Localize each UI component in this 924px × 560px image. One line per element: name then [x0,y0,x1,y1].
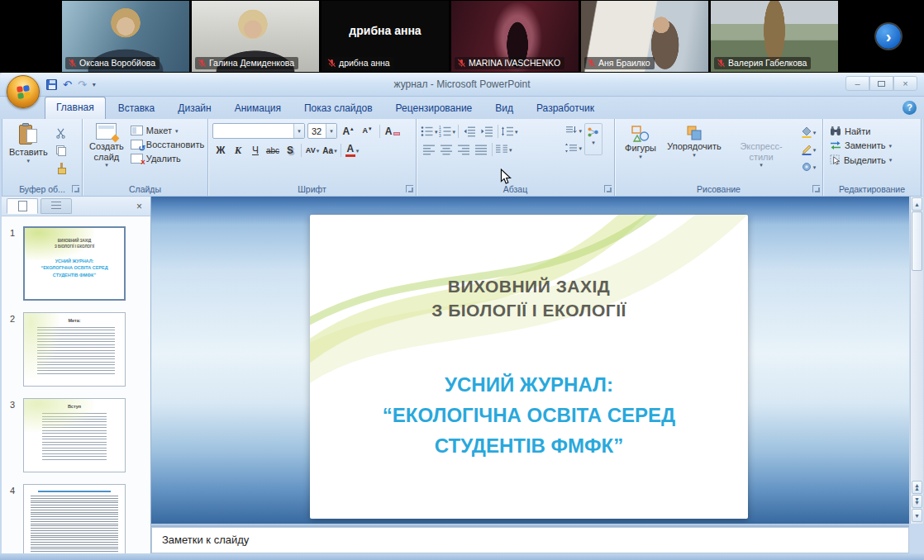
participant-tile[interactable]: Аня Браилко [581,1,708,72]
select-button[interactable]: Выделить ▾ [827,154,917,166]
shape-outline-button[interactable]: ▾ [800,142,817,157]
numbering-button[interactable]: 123 ▾ [439,124,456,139]
find-button[interactable]: Найти [827,125,917,137]
slide-subtitle[interactable]: УСНИЙ ЖУРНАЛ: “ЕКОЛОГІЧНА ОСВІТА СЕРЕД С… [310,369,748,462]
slide-canvas[interactable]: ВИХОВНИЙ ЗАХІД З БІОЛОГІЇ І ЕКОЛОГІЇ УСН… [151,197,909,524]
font-size-combo[interactable]: 32 ▾ [307,123,337,139]
strikethrough-button[interactable]: abc [264,143,281,158]
qat-dropdown[interactable]: ▾ [93,81,96,88]
close-pane-button[interactable]: × [133,200,145,213]
bullets-button[interactable]: ▾ [421,124,438,139]
tab-home[interactable]: Главная [45,97,106,119]
clear-formatting-button[interactable]: А [384,124,401,139]
participant-name: MARINA IVASCHENKO [469,58,560,68]
slide-title[interactable]: ВИХОВНИЙ ЗАХІД З БІОЛОГІЇ І ЕКОЛОГІЇ [310,274,748,323]
decrease-indent-button[interactable] [461,124,478,139]
quick-styles-label: Экспресс-стили [729,141,793,162]
increase-indent-button[interactable] [479,124,495,139]
character-spacing-button[interactable]: AV ▾ [304,143,321,158]
text-direction-button[interactable]: ▾ [564,123,582,138]
scroll-up-button[interactable]: ▲ [912,197,922,211]
underline-button[interactable]: Ч [247,143,264,158]
replace-button[interactable]: Заменить ▾ [827,140,917,151]
previous-slide-button[interactable]: ▲▲ [912,481,922,494]
tab-view[interactable]: Вид [484,98,524,119]
quick-styles-icon [752,125,770,141]
change-case-button[interactable]: Aa ▾ [321,143,338,158]
slide-content-box[interactable]: ВИХОВНИЙ ЗАХІД З БІОЛОГІЇ І ЕКОЛОГІЇ УСН… [310,215,748,519]
align-left-button[interactable] [421,142,437,157]
grow-font-button[interactable]: А ▴ [340,124,356,139]
scrollbar-thumb[interactable] [912,211,922,271]
italic-button[interactable]: К [230,143,246,158]
align-center-button[interactable] [438,142,455,157]
mic-muted-icon [457,59,466,68]
copy-button[interactable] [53,143,69,158]
close-button[interactable]: × [893,76,917,91]
next-participants-button[interactable]: › [876,24,901,49]
slide-thumbnail[interactable]: Вступ [23,398,126,472]
shrink-font-button[interactable]: А ▾ [359,124,375,139]
find-label: Найти [845,126,870,136]
arrange-button[interactable]: Упорядочить ▾ [664,123,725,159]
delete-slide-button[interactable]: × Удалить [128,153,207,164]
slide-thumbnail[interactable]: Мета: [23,312,126,387]
tab-slideshow[interactable]: Показ слайдов [293,98,383,119]
participant-tile[interactable]: дрибна анна дрибна анна [321,1,449,72]
font-group: ▾ 32 ▾ А ▴ А ▾ А [208,119,417,196]
slides-tab[interactable] [7,198,38,214]
slide-thumbnail[interactable]: ВИХОВНИЙ ЗАХІД З БІОЛОГІЇ І ЕКОЛОГІЇ УСН… [23,226,126,301]
redo-button[interactable]: ↷ [78,79,87,90]
tab-insert[interactable]: Вставка [107,98,166,119]
minimize-button[interactable]: – [845,76,869,91]
paste-button[interactable]: Вставить ▾ [7,121,50,175]
tab-animation[interactable]: Анимация [224,98,292,119]
align-right-button[interactable] [455,142,472,157]
shapes-button[interactable]: Фигуры ▾ [619,123,662,161]
participant-tile[interactable]: Оксана Воробйова [62,1,189,72]
font-color-button[interactable]: А ▾ [344,143,360,158]
smartart-convert-button[interactable]: ▾ [584,123,603,155]
office-button[interactable] [7,75,40,108]
chevron-down-icon[interactable]: ▾ [326,124,336,138]
dialog-launcher-icon[interactable] [812,185,820,192]
participant-tile[interactable]: Валерия Габелкова [711,1,838,72]
tab-design[interactable]: Дизайн [167,98,221,119]
font-name-combo[interactable]: ▾ [212,123,305,139]
cut-button[interactable] [53,126,69,140]
help-button[interactable]: ? [903,101,917,115]
shape-effects-button[interactable]: ▾ [800,159,817,174]
vertical-scrollbar[interactable]: ▲ ▲▲ ▼▼ ▼ [910,197,923,524]
line-spacing-button[interactable]: ▾ [501,124,518,139]
format-painter-button[interactable] [53,160,69,175]
shape-fill-button[interactable]: ▾ [800,125,817,140]
notes-input[interactable]: Заметки к слайду [151,527,909,553]
tab-review[interactable]: Рецензирование [385,98,483,119]
text-shadow-button[interactable]: S [282,143,298,158]
new-slide-button[interactable]: Создать слайд ▾ [87,121,126,169]
justify-icon [474,144,488,155]
reset-slide-button[interactable]: ↺ Восстановить [128,139,207,150]
chevron-down-icon[interactable]: ▾ [293,124,304,138]
align-text-button[interactable]: ▾ [564,140,582,155]
next-slide-button[interactable]: ▼▼ [912,495,922,508]
slide-thumbnail[interactable] [23,484,126,558]
scroll-down-button[interactable]: ▼ [912,509,922,522]
justify-button[interactable] [473,142,489,157]
group-label: Буфер об... [19,184,65,194]
undo-button[interactable]: ↶ [63,79,72,90]
bold-button[interactable]: Ж [212,143,229,158]
participant-tile[interactable]: Галина Демиденкова [192,1,319,72]
outline-tab[interactable] [40,198,72,214]
layout-button[interactable]: Макет ▾ [128,125,207,136]
save-button[interactable] [46,79,57,90]
dialog-launcher-icon[interactable] [604,185,612,192]
columns-button[interactable]: ▾ [495,142,512,157]
dialog-launcher-icon[interactable] [406,185,413,192]
participant-tile[interactable]: MARINA IVASCHENKO [451,1,579,72]
dialog-launcher-icon[interactable] [72,185,79,192]
maximize-button[interactable] [869,76,893,91]
quick-styles-button[interactable]: Экспресс-стили ▾ [726,123,796,169]
chevron-down-icon: ▾ [175,128,179,134]
tab-developer[interactable]: Разработчик [526,98,605,119]
